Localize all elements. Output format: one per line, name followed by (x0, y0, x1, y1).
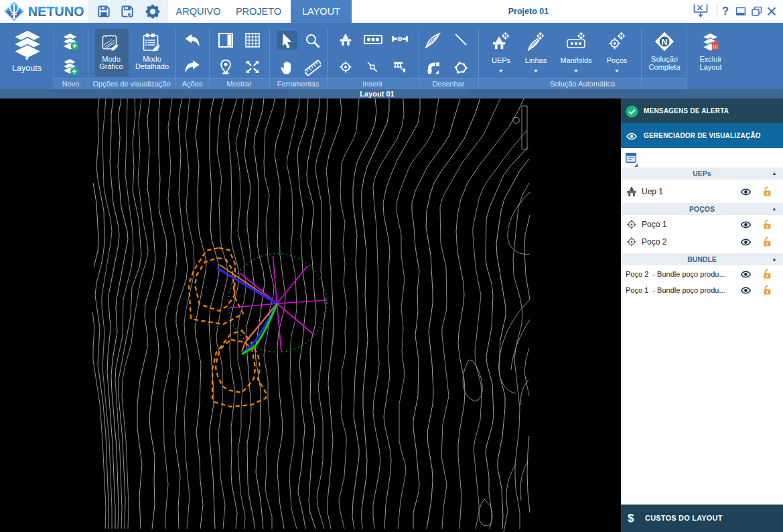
svg-text:N: N (661, 37, 667, 47)
